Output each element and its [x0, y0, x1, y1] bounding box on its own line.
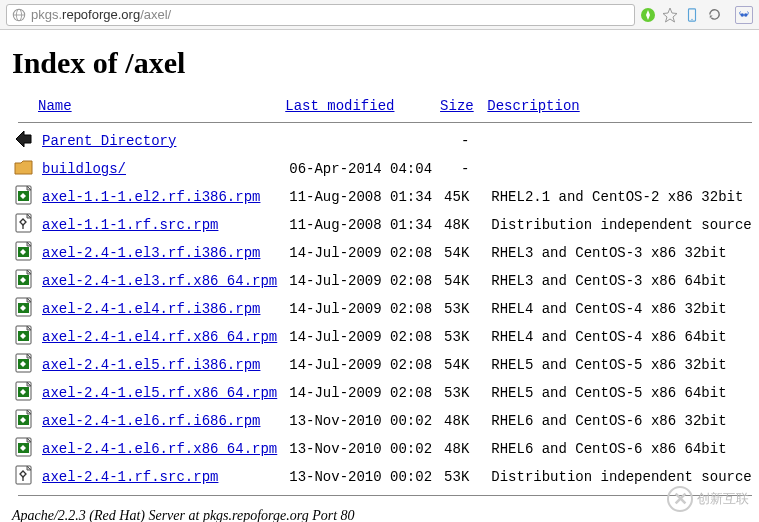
file-description: RHEL2.1 and CentOS-2 x86 32bit	[485, 183, 757, 211]
package-icon	[14, 334, 34, 350]
file-link[interactable]: axel-2.4-1.el3.rf.i386.rpm	[42, 245, 260, 261]
svg-point-7	[744, 13, 748, 17]
parent-directory-link[interactable]: Parent Directory	[42, 133, 176, 149]
file-modified: 14-Jul-2009 02:08	[283, 267, 438, 295]
reload-icon[interactable]	[705, 6, 723, 24]
divider	[18, 122, 752, 123]
package-icon	[14, 306, 34, 322]
server-footer: Apache/2.2.3 (Red Hat) Server at pkgs.re…	[12, 508, 747, 522]
browser-toolbar: pkgs.repoforge.org/axel/	[0, 0, 759, 30]
file-size: 48K	[438, 435, 485, 463]
file-description: RHEL4 and CentOS-4 x86 64bit	[485, 323, 757, 351]
divider	[18, 495, 752, 496]
table-row: axel-2.4-1.el5.rf.i386.rpm14-Jul-2009 02…	[12, 351, 758, 379]
folder-icon	[14, 166, 34, 182]
file-modified: 14-Jul-2009 02:08	[283, 379, 438, 407]
file-description: Distribution independent source	[485, 211, 757, 239]
source-icon	[14, 222, 34, 238]
file-link[interactable]: axel-2.4-1.el5.rf.x86_64.rpm	[42, 385, 277, 401]
file-modified: 14-Jul-2009 02:08	[283, 295, 438, 323]
table-row: axel-2.4-1.el4.rf.x86_64.rpm14-Jul-2009 …	[12, 323, 758, 351]
file-modified: 11-Aug-2008 01:34	[283, 211, 438, 239]
package-icon	[14, 390, 34, 406]
col-description[interactable]: Description	[487, 98, 579, 114]
globe-icon	[11, 7, 27, 23]
file-modified: 13-Nov-2010 00:02	[283, 463, 438, 491]
col-modified[interactable]: Last modified	[285, 98, 394, 114]
file-modified: 06-Apr-2014 04:04	[283, 155, 438, 183]
table-row: axel-2.4-1.el3.rf.i386.rpm14-Jul-2009 02…	[12, 239, 758, 267]
package-icon	[14, 278, 34, 294]
file-description	[485, 155, 757, 183]
file-modified: 11-Aug-2008 01:34	[283, 183, 438, 211]
table-row: axel-1.1-1.el2.rf.i386.rpm11-Aug-2008 01…	[12, 183, 758, 211]
package-icon	[14, 362, 34, 378]
source-icon	[14, 474, 34, 490]
col-name[interactable]: Name	[38, 98, 72, 114]
address-bar[interactable]: pkgs.repoforge.org/axel/	[6, 4, 635, 26]
url-prefix: pkgs.	[31, 7, 62, 22]
table-row: axel-1.1-1.rf.src.rpm11-Aug-2008 01:3448…	[12, 211, 758, 239]
package-icon	[14, 446, 34, 462]
table-row: axel-2.4-1.el6.rf.i686.rpm13-Nov-2010 00…	[12, 407, 758, 435]
file-size: 53K	[438, 323, 485, 351]
file-link[interactable]: axel-2.4-1.rf.src.rpm	[42, 469, 218, 485]
file-modified: 13-Nov-2010 00:02	[283, 407, 438, 435]
page-content: Index of /axel Name Last modified Size D…	[0, 30, 759, 522]
file-link[interactable]: axel-1.1-1.el2.rf.i386.rpm	[42, 189, 260, 205]
file-size: 53K	[438, 463, 485, 491]
table-row: axel-2.4-1.el5.rf.x86_64.rpm14-Jul-2009 …	[12, 379, 758, 407]
file-description: RHEL3 and CentOS-3 x86 64bit	[485, 267, 757, 295]
file-link[interactable]: axel-2.4-1.el4.rf.i386.rpm	[42, 301, 260, 317]
status-ok-icon	[639, 6, 657, 24]
file-modified: 14-Jul-2009 02:08	[283, 323, 438, 351]
parent-directory-row: Parent Directory -	[12, 127, 758, 155]
back-icon	[14, 138, 34, 154]
file-description: RHEL5 and CentOS-5 x86 64bit	[485, 379, 757, 407]
file-description: Distribution independent source	[485, 463, 757, 491]
file-link[interactable]: axel-2.4-1.el4.rf.x86_64.rpm	[42, 329, 277, 345]
package-icon	[14, 194, 34, 210]
page-title: Index of /axel	[12, 46, 747, 80]
url-text: pkgs.repoforge.org/axel/	[27, 7, 630, 22]
file-link[interactable]: axel-2.4-1.el6.rf.x86_64.rpm	[42, 441, 277, 457]
mobile-icon[interactable]	[683, 6, 701, 24]
svg-point-6	[741, 13, 745, 17]
url-path: /axel/	[140, 7, 171, 22]
file-size: 54K	[438, 351, 485, 379]
file-modified: 14-Jul-2009 02:08	[283, 239, 438, 267]
file-link[interactable]: axel-1.1-1.rf.src.rpm	[42, 217, 218, 233]
file-size: 53K	[438, 295, 485, 323]
header-row: Name Last modified Size Description	[12, 96, 758, 118]
table-row: axel-2.4-1.el3.rf.x86_64.rpm14-Jul-2009 …	[12, 267, 758, 295]
file-size: 54K	[438, 267, 485, 295]
table-row: axel-2.4-1.el6.rf.x86_64.rpm13-Nov-2010 …	[12, 435, 758, 463]
file-size: 45K	[438, 183, 485, 211]
parent-size: -	[438, 127, 485, 155]
file-size: 48K	[438, 407, 485, 435]
file-description: RHEL6 and CentOS-6 x86 64bit	[485, 435, 757, 463]
file-description: RHEL5 and CentOS-5 x86 32bit	[485, 351, 757, 379]
url-host: repoforge.org	[62, 7, 140, 22]
col-size[interactable]: Size	[440, 98, 474, 114]
file-description: RHEL3 and CentOS-3 x86 32bit	[485, 239, 757, 267]
file-modified: 13-Nov-2010 00:02	[283, 435, 438, 463]
file-size: 53K	[438, 379, 485, 407]
table-row: buildlogs/06-Apr-2014 04:04-	[12, 155, 758, 183]
file-description: RHEL6 and CentOS-6 x86 32bit	[485, 407, 757, 435]
file-link[interactable]: axel-2.4-1.el3.rf.x86_64.rpm	[42, 273, 277, 289]
bookmark-star-icon[interactable]	[661, 6, 679, 24]
extension-icon[interactable]	[735, 6, 753, 24]
file-link[interactable]: buildlogs/	[42, 161, 126, 177]
file-description: RHEL4 and CentOS-4 x86 32bit	[485, 295, 757, 323]
file-modified: 14-Jul-2009 02:08	[283, 351, 438, 379]
file-size: 54K	[438, 239, 485, 267]
file-link[interactable]: axel-2.4-1.el5.rf.i386.rpm	[42, 357, 260, 373]
file-link[interactable]: axel-2.4-1.el6.rf.i686.rpm	[42, 413, 260, 429]
package-icon	[14, 250, 34, 266]
file-size: 48K	[438, 211, 485, 239]
package-icon	[14, 418, 34, 434]
table-row: axel-2.4-1.rf.src.rpm13-Nov-2010 00:0253…	[12, 463, 758, 491]
directory-listing: Name Last modified Size Description Pare…	[12, 96, 758, 500]
table-row: axel-2.4-1.el4.rf.i386.rpm14-Jul-2009 02…	[12, 295, 758, 323]
